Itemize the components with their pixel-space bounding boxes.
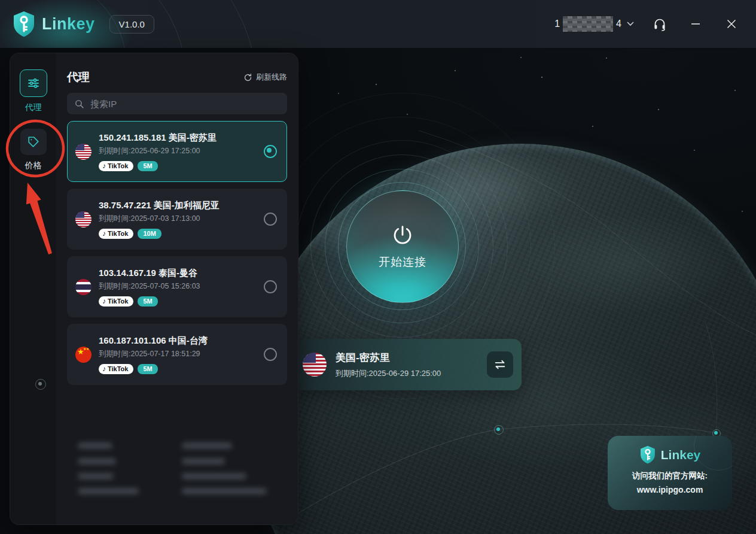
proxy-server-card[interactable]: 103.14.167.19 泰国-曼谷 到期时间:2025-07-05 15:2…: [67, 256, 287, 317]
proxy-server-card[interactable]: 38.75.47.221 美国-加利福尼亚 到期时间:2025-07-03 17…: [67, 189, 287, 250]
proxy-list: 代理 刷新线路 150.241.185.181 美国-密苏里 到期时间:2025…: [56, 53, 298, 524]
tiktok-note-icon: ♪: [102, 162, 106, 170]
current-connection-card: 美国-密苏里 到期时间:2025-06-29 17:25:00: [294, 339, 522, 390]
account-prefix: 1: [554, 19, 560, 29]
search-icon: [74, 99, 84, 109]
price-tag-icon: [27, 135, 40, 148]
redacted-row: [182, 473, 246, 480]
server-radio[interactable]: [264, 280, 277, 293]
app-title: Linkey: [42, 15, 95, 34]
server-title: 38.75.47.221 美国-加利福尼亚: [99, 200, 220, 211]
us-flag-icon: [75, 144, 92, 160]
node-dot: [714, 431, 718, 435]
minimize-icon: [689, 17, 702, 31]
node-dot: [496, 427, 500, 431]
bandwidth-badge: 5M: [138, 296, 157, 307]
chevron-down-icon: [627, 22, 634, 26]
tiktok-note-icon: ♪: [102, 230, 106, 238]
thailand-flag-icon: [75, 279, 92, 295]
server-expiry: 到期时间:2025-07-05 15:26:03: [99, 281, 200, 292]
us-flag-icon: [75, 211, 92, 227]
current-expiry: 到期时间:2025-06-29 17:25:00: [336, 368, 441, 379]
connect-label: 开始连接: [379, 254, 426, 270]
switch-line-button[interactable]: [487, 351, 513, 378]
sidebar-item-proxy[interactable]: 代理: [10, 69, 56, 113]
version-badge: V1.0.0: [109, 15, 154, 34]
redacted-row: [182, 488, 267, 494]
server-expiry: 到期时间:2025-07-03 17:13:00: [99, 214, 220, 224]
side-nav: 代理 价格: [10, 53, 57, 524]
connect-button[interactable]: 开始连接: [346, 190, 459, 303]
account-menu[interactable]: 1 4: [554, 16, 634, 32]
server-title: 103.14.167.19 泰国-曼谷: [99, 268, 200, 279]
redacted-row: [182, 458, 225, 465]
bandwidth-badge: 10M: [138, 229, 161, 239]
proxy-panel: 代理 价格 代理 刷新线路: [10, 53, 298, 525]
sidebar-item-label: 价格: [25, 160, 42, 171]
server-radio[interactable]: [264, 348, 277, 361]
refresh-label: 刷新线路: [256, 72, 287, 83]
bandwidth-badge: 5M: [138, 364, 157, 374]
linkey-logo-icon: [639, 445, 656, 464]
tiktok-note-icon: ♪: [102, 365, 106, 373]
server-title: 160.187.101.106 中国-台湾: [99, 335, 208, 347]
decor-node-dot: [35, 379, 46, 390]
proxy-server-card[interactable]: 160.187.101.106 中国-台湾 到期时间:2025-07-17 18…: [67, 324, 287, 385]
close-button[interactable]: [721, 14, 742, 34]
footer-website-url[interactable]: www.ipipgo.com: [637, 485, 703, 494]
watermark-ring: [694, 436, 732, 471]
support-button[interactable]: [650, 14, 670, 34]
current-location: 美国-密苏里: [336, 351, 441, 365]
swap-icon: [493, 358, 507, 371]
china-flag-icon: [75, 347, 92, 363]
search-bar[interactable]: [67, 93, 287, 114]
server-expiry: 到期时间:2025-07-17 18:51:29: [99, 349, 208, 359]
footer-brand-card: Linkey 访问我们的官方网站: www.ipipgo.com: [608, 436, 732, 510]
us-flag-icon: [303, 353, 327, 377]
redacted-row: [182, 442, 232, 449]
tiktok-badge: ♪TikTok: [99, 296, 133, 307]
search-input[interactable]: [89, 98, 280, 110]
footer-website-label: 访问我们的官方网站:: [632, 471, 708, 481]
server-title: 150.241.185.181 美国-密苏里: [99, 132, 217, 144]
tiktok-badge: ♪TikTok: [99, 161, 133, 171]
refresh-lines-button[interactable]: 刷新线路: [243, 72, 287, 83]
redacted-row: [78, 488, 139, 494]
title-bar: Linkey V1.0.0 1 4: [0, 0, 756, 48]
redacted-row: [78, 442, 112, 449]
close-icon: [725, 17, 738, 31]
server-expiry: 到期时间:2025-06-29 17:25:00: [99, 146, 217, 156]
tiktok-badge: ♪TikTok: [99, 229, 133, 239]
account-suffix: 4: [616, 19, 621, 29]
headset-icon: [653, 17, 667, 31]
sidebar-item-price[interactable]: 价格: [10, 129, 56, 171]
tiktok-badge: ♪TikTok: [99, 364, 133, 374]
linkey-logo-icon: [12, 11, 36, 37]
server-radio[interactable]: [264, 213, 277, 226]
power-icon: [391, 224, 414, 247]
sidebar-item-label: 代理: [25, 102, 42, 113]
sliders-icon: [26, 76, 41, 90]
panel-title: 代理: [67, 69, 90, 85]
bandwidth-badge: 5M: [138, 161, 157, 171]
redacted-row: [78, 458, 116, 465]
refresh-icon: [243, 73, 252, 82]
redacted-row: [78, 473, 114, 480]
server-radio-selected[interactable]: [264, 145, 277, 158]
tiktok-note-icon: ♪: [102, 298, 106, 305]
minimize-button[interactable]: [685, 14, 706, 34]
proxy-server-card[interactable]: 150.241.185.181 美国-密苏里 到期时间:2025-06-29 1…: [67, 121, 287, 182]
account-redacted: [563, 16, 613, 32]
